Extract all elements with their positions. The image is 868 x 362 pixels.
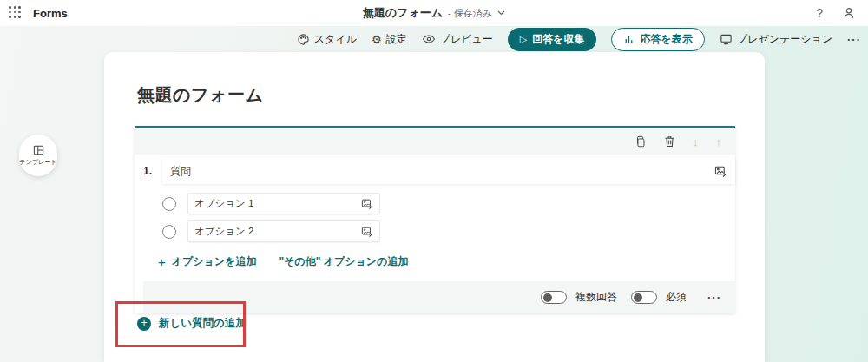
required-toggle[interactable] [631,291,657,304]
account-person-icon[interactable] [842,6,856,20]
insert-media-icon[interactable] [714,165,727,177]
copy-question-icon[interactable] [635,135,647,148]
insert-media-icon[interactable] [361,198,373,209]
send-play-icon: ▷ [520,34,527,45]
presentation-button[interactable]: プレゼンテーション [720,32,832,47]
form-title[interactable]: 無題のフォーム [137,83,765,107]
collect-responses-button[interactable]: ▷ 回答を収集 [508,28,597,51]
collect-responses-label: 回答を収集 [532,32,584,47]
template-fab-label: テンプレート [20,158,57,167]
template-icon [32,144,45,156]
option1-label: オプション 1 [194,197,253,210]
bar-chart-icon [623,34,635,45]
settings-label: 設定 [386,32,407,47]
document-title: 無題のフォーム [363,5,443,21]
move-up-icon[interactable]: ↑ [716,135,722,148]
app-top-bar: Forms 無題のフォーム - 保存済み ? [0,0,868,26]
form-editor-card: 無題のフォーム ↓ ↑ 1. 質問 [104,52,765,362]
add-new-question-button[interactable]: + 新しい質問の追加 [137,316,247,331]
question-text: 質問 [170,164,191,179]
question-card-toolbar: ↓ ↑ [135,128,735,155]
question-body: 1. 質問 オプション 1 [135,155,735,313]
multiple-answers-label: 複数回答 [575,290,617,305]
option-actions-row: + オプションを追加 "その他" オプションの追加 [158,254,735,269]
move-down-icon[interactable]: ↓ [693,135,699,148]
radio-button-icon[interactable] [162,197,176,211]
style-label: スタイル [314,32,357,47]
multiple-answers-toggle[interactable] [541,291,567,304]
toggle-knob [543,293,552,302]
plus-icon: + [158,254,166,269]
radio-button-icon[interactable] [162,225,176,239]
eye-icon [422,34,436,44]
add-new-question-label: 新しい質問の追加 [159,316,247,331]
option-row: オプション 2 [162,220,735,242]
add-option-button[interactable]: + オプションを追加 [158,254,256,269]
required-label: 必須 [666,290,687,305]
help-icon[interactable]: ? [816,6,823,20]
toggle-knob [634,293,642,302]
question-text-input[interactable]: 質問 [162,158,735,184]
plus-circle-icon: + [137,317,151,331]
topbar-right-group: ? [816,6,856,20]
app-launcher-waffle-icon[interactable] [9,6,23,20]
preview-label: プレビュー [440,32,493,47]
option2-input[interactable]: オプション 2 [187,220,380,242]
document-title-group: 無題のフォーム - 保存済み [0,5,868,21]
template-fab-button[interactable]: テンプレート [19,135,57,176]
question-number: 1. [143,165,157,177]
save-status: - 保存済み [448,7,492,20]
app-name: Forms [33,7,68,20]
view-responses-button[interactable]: 応答を表示 [611,28,704,51]
option2-label: オプション 2 [194,225,253,238]
question-more-icon[interactable]: ··· [707,291,721,304]
question-footer-bar: 複数回答 必須 ··· [143,281,735,313]
gear-icon: ⚙ [372,33,382,46]
palette-icon [297,33,310,46]
style-button[interactable]: スタイル [297,32,357,47]
question-row: 1. 質問 [143,158,735,184]
toolbar-more-icon[interactable]: ··· [847,33,861,46]
view-responses-label: 応答を表示 [640,32,692,47]
monitor-icon [720,33,733,45]
question-card: ↓ ↑ 1. 質問 [135,126,735,313]
presentation-label: プレゼンテーション [737,32,832,47]
insert-media-icon[interactable] [361,226,373,237]
option-list: オプション 1 オプション 2 [162,193,735,242]
settings-button[interactable]: ⚙ 設定 [372,32,407,47]
preview-button[interactable]: プレビュー [422,32,493,47]
editor-toolbar: スタイル ⚙ 設定 プレビュー ▷ 回答を収集 応答を表示 プレゼンテーション [0,26,868,52]
option1-input[interactable]: オプション 1 [187,193,380,214]
add-option-label: オプションを追加 [172,254,257,269]
delete-question-icon[interactable] [664,135,675,148]
option-row: オプション 1 [162,193,735,214]
add-other-option-button[interactable]: "その他" オプションの追加 [279,254,408,269]
chevron-down-icon[interactable] [497,10,505,16]
